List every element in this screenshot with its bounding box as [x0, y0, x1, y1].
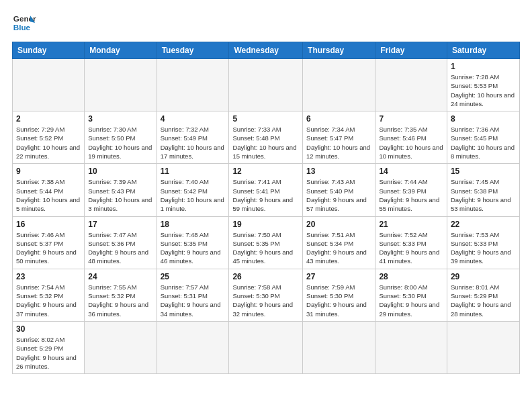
svg-text:Blue: Blue [13, 23, 31, 32]
day-number: 9 [16, 167, 81, 176]
calendar-cell: 13Sunrise: 7:43 AM Sunset: 5:40 PM Dayli… [303, 164, 375, 216]
calendar-cell: 10Sunrise: 7:39 AM Sunset: 5:43 PM Dayli… [85, 164, 157, 216]
calendar-cell [447, 321, 519, 373]
generalblue-logo-icon: General Blue [12, 11, 36, 35]
day-info: Sunrise: 7:59 AM Sunset: 5:30 PM Dayligh… [306, 283, 371, 318]
day-info: Sunrise: 7:28 AM Sunset: 5:53 PM Dayligh… [451, 73, 516, 108]
day-number: 18 [161, 220, 226, 229]
day-number: 21 [379, 220, 443, 229]
day-info: Sunrise: 7:58 AM Sunset: 5:30 PM Dayligh… [232, 283, 299, 318]
day-number: 14 [379, 167, 443, 176]
day-number: 1 [451, 62, 516, 71]
day-number: 24 [88, 272, 152, 281]
calendar-cell: 12Sunrise: 7:41 AM Sunset: 5:41 PM Dayli… [229, 164, 303, 216]
calendar-cell: 27Sunrise: 7:59 AM Sunset: 5:30 PM Dayli… [303, 269, 375, 321]
day-number: 25 [161, 272, 226, 281]
calendar-cell: 16Sunrise: 7:46 AM Sunset: 5:37 PM Dayli… [13, 216, 85, 269]
calendar-cell: 24Sunrise: 7:55 AM Sunset: 5:32 PM Dayli… [85, 269, 157, 321]
day-number: 27 [306, 272, 371, 281]
day-number: 16 [16, 220, 81, 229]
calendar-week-row: 16Sunrise: 7:46 AM Sunset: 5:37 PM Dayli… [13, 216, 520, 269]
day-number: 20 [306, 220, 371, 229]
calendar-cell: 29Sunrise: 8:01 AM Sunset: 5:29 PM Dayli… [447, 269, 519, 321]
calendar-cell [375, 321, 447, 373]
calendar-cell: 18Sunrise: 7:48 AM Sunset: 5:35 PM Dayli… [157, 216, 229, 269]
day-info: Sunrise: 7:29 AM Sunset: 5:52 PM Dayligh… [16, 125, 81, 161]
day-number: 10 [88, 167, 152, 176]
calendar-cell: 1Sunrise: 7:28 AM Sunset: 5:53 PM Daylig… [447, 59, 519, 111]
day-number: 12 [232, 167, 299, 176]
col-header-friday: Friday [375, 42, 447, 59]
day-info: Sunrise: 7:50 AM Sunset: 5:35 PM Dayligh… [232, 230, 299, 266]
calendar-cell: 19Sunrise: 7:50 AM Sunset: 5:35 PM Dayli… [229, 216, 303, 269]
calendar-week-row: 2Sunrise: 7:29 AM Sunset: 5:52 PM Daylig… [13, 111, 520, 164]
col-header-saturday: Saturday [447, 42, 519, 59]
day-number: 28 [379, 272, 443, 281]
calendar-cell [13, 59, 85, 111]
calendar-cell: 2Sunrise: 7:29 AM Sunset: 5:52 PM Daylig… [13, 111, 85, 164]
calendar-cell: 15Sunrise: 7:45 AM Sunset: 5:38 PM Dayli… [447, 164, 519, 216]
calendar-cell: 14Sunrise: 7:44 AM Sunset: 5:39 PM Dayli… [375, 164, 447, 216]
calendar-cell: 20Sunrise: 7:51 AM Sunset: 5:34 PM Dayli… [303, 216, 375, 269]
day-number: 29 [451, 272, 516, 281]
calendar-cell [303, 59, 375, 111]
day-info: Sunrise: 7:47 AM Sunset: 5:36 PM Dayligh… [88, 230, 152, 266]
day-info: Sunrise: 7:52 AM Sunset: 5:33 PM Dayligh… [379, 230, 443, 266]
day-info: Sunrise: 7:54 AM Sunset: 5:32 PM Dayligh… [16, 283, 81, 318]
day-info: Sunrise: 7:43 AM Sunset: 5:40 PM Dayligh… [306, 177, 371, 213]
day-number: 30 [16, 324, 81, 334]
col-header-wednesday: Wednesday [229, 42, 303, 59]
day-info: Sunrise: 7:30 AM Sunset: 5:50 PM Dayligh… [88, 125, 152, 161]
day-number: 17 [88, 220, 152, 229]
header: General Blue [12, 11, 520, 35]
day-info: Sunrise: 7:53 AM Sunset: 5:33 PM Dayligh… [451, 230, 516, 266]
calendar-cell [229, 59, 303, 111]
day-number: 22 [451, 220, 516, 229]
day-info: Sunrise: 7:39 AM Sunset: 5:43 PM Dayligh… [88, 177, 152, 213]
day-info: Sunrise: 7:41 AM Sunset: 5:41 PM Dayligh… [232, 177, 299, 213]
calendar-cell: 26Sunrise: 7:58 AM Sunset: 5:30 PM Dayli… [229, 269, 303, 321]
day-info: Sunrise: 7:40 AM Sunset: 5:42 PM Dayligh… [161, 177, 226, 213]
calendar-week-row: 1Sunrise: 7:28 AM Sunset: 5:53 PM Daylig… [13, 59, 520, 111]
day-info: Sunrise: 7:48 AM Sunset: 5:35 PM Dayligh… [161, 230, 226, 266]
day-info: Sunrise: 7:34 AM Sunset: 5:47 PM Dayligh… [306, 125, 371, 161]
calendar-cell [157, 59, 229, 111]
calendar-week-row: 30Sunrise: 8:02 AM Sunset: 5:29 PM Dayli… [13, 321, 520, 373]
calendar-cell: 17Sunrise: 7:47 AM Sunset: 5:36 PM Dayli… [85, 216, 157, 269]
calendar-week-row: 9Sunrise: 7:38 AM Sunset: 5:44 PM Daylig… [13, 164, 520, 216]
calendar-cell [157, 321, 229, 373]
logo: General Blue [12, 11, 36, 35]
calendar-cell: 23Sunrise: 7:54 AM Sunset: 5:32 PM Dayli… [13, 269, 85, 321]
day-number: 6 [306, 114, 371, 124]
calendar-cell [375, 59, 447, 111]
day-info: Sunrise: 7:57 AM Sunset: 5:31 PM Dayligh… [161, 283, 226, 318]
calendar-cell: 8Sunrise: 7:36 AM Sunset: 5:45 PM Daylig… [447, 111, 519, 164]
col-header-tuesday: Tuesday [157, 42, 229, 59]
day-info: Sunrise: 7:35 AM Sunset: 5:46 PM Dayligh… [379, 125, 443, 161]
day-info: Sunrise: 7:45 AM Sunset: 5:38 PM Dayligh… [451, 177, 516, 213]
day-info: Sunrise: 7:51 AM Sunset: 5:34 PM Dayligh… [306, 230, 371, 266]
col-header-monday: Monday [85, 42, 157, 59]
col-header-thursday: Thursday [303, 42, 375, 59]
calendar-cell [85, 321, 157, 373]
calendar-cell: 21Sunrise: 7:52 AM Sunset: 5:33 PM Dayli… [375, 216, 447, 269]
calendar-cell: 30Sunrise: 8:02 AM Sunset: 5:29 PM Dayli… [13, 321, 85, 373]
day-info: Sunrise: 7:46 AM Sunset: 5:37 PM Dayligh… [16, 230, 81, 266]
calendar-cell: 4Sunrise: 7:32 AM Sunset: 5:49 PM Daylig… [157, 111, 229, 164]
day-number: 13 [306, 167, 371, 176]
col-header-sunday: Sunday [13, 42, 85, 59]
calendar-cell [303, 321, 375, 373]
day-number: 11 [161, 167, 226, 176]
day-number: 5 [232, 114, 299, 124]
calendar-cell: 28Sunrise: 8:00 AM Sunset: 5:30 PM Dayli… [375, 269, 447, 321]
day-info: Sunrise: 7:38 AM Sunset: 5:44 PM Dayligh… [16, 177, 81, 213]
calendar-cell: 11Sunrise: 7:40 AM Sunset: 5:42 PM Dayli… [157, 164, 229, 216]
day-info: Sunrise: 7:32 AM Sunset: 5:49 PM Dayligh… [161, 125, 226, 161]
calendar-header-row: SundayMondayTuesdayWednesdayThursdayFrid… [13, 42, 520, 59]
page: General Blue SundayMondayTuesdayWednesda… [0, 0, 532, 411]
calendar-cell [85, 59, 157, 111]
day-number: 7 [379, 114, 443, 124]
day-info: Sunrise: 8:01 AM Sunset: 5:29 PM Dayligh… [451, 283, 516, 318]
day-info: Sunrise: 8:00 AM Sunset: 5:30 PM Dayligh… [379, 283, 443, 318]
calendar-week-row: 23Sunrise: 7:54 AM Sunset: 5:32 PM Dayli… [13, 269, 520, 321]
